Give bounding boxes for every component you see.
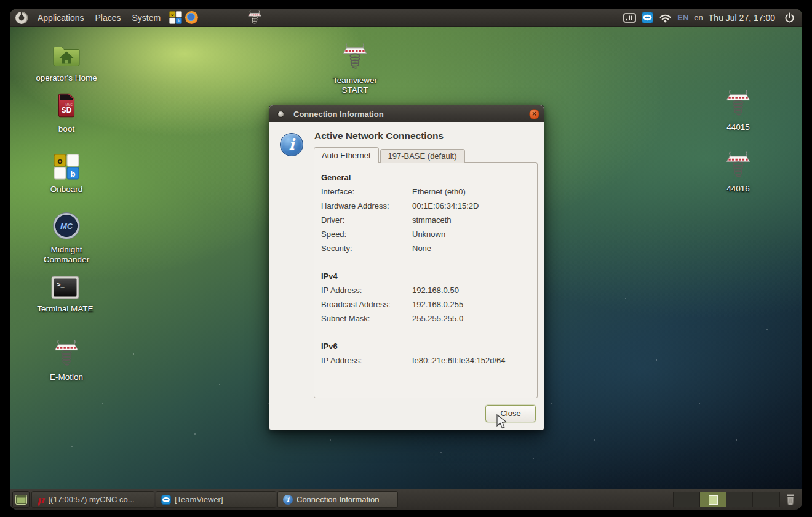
task-label: [TeamViewer]: [175, 495, 223, 504]
row-label: Driver:: [321, 213, 412, 227]
mouse-cursor: [496, 414, 510, 433]
task-label: Connection Information: [297, 495, 379, 504]
mycnc-mu-icon: μ: [37, 495, 44, 505]
places-menu[interactable]: Places: [90, 9, 127, 27]
row-value: 192.168.0.50: [412, 283, 459, 297]
window-titlebar[interactable]: Connection Information ×: [269, 105, 544, 122]
row-label: IP Address:: [321, 283, 412, 297]
row-label: Hardware Address:: [321, 199, 412, 213]
top-panel: Applications Places System ob EN en Thu …: [10, 9, 802, 27]
detail-row: Hardware Address:00:1E:06:34:15:2D: [321, 199, 537, 213]
desktop-icon-emotion[interactable]: E-Motion: [31, 340, 102, 382]
keyboard-indicator-icon[interactable]: [623, 13, 636, 23]
row-label: Subnet Mask:: [321, 311, 412, 326]
desktop-icon-onboard[interactable]: ob Onboard: [31, 154, 102, 194]
onboard-launcher-icon[interactable]: ob: [169, 11, 182, 24]
wallpaper-stars: [10, 9, 11, 10]
svg-text:SD: SD: [62, 106, 72, 114]
show-desktop-button[interactable]: [12, 491, 30, 508]
section-title: IPv4: [321, 269, 537, 283]
detail-row: Security:None: [321, 241, 537, 255]
wifi-icon[interactable]: [659, 13, 672, 23]
task-label: [(17:00:57) myCNC co...: [48, 495, 134, 504]
workspace-2-active[interactable]: [700, 492, 726, 507]
mate-menu-logo-icon[interactable]: [15, 11, 28, 25]
detail-row: Subnet Mask:255.255.255.0: [321, 311, 537, 326]
row-label: Interface:: [321, 185, 412, 199]
section-title: General: [321, 170, 537, 185]
teamviewer-tray-icon[interactable]: [642, 12, 653, 23]
power-icon[interactable]: [784, 12, 795, 23]
info-icon: i: [280, 133, 303, 156]
midnight-commander-icon: MC: [52, 212, 81, 242]
desktop-icon-label: boot: [58, 124, 74, 134]
detail-row: IP Address:192.168.0.50: [321, 283, 537, 297]
tab-197-base[interactable]: 197-BASE (default): [380, 149, 465, 163]
workspace-1[interactable]: [674, 492, 700, 507]
close-icon[interactable]: ×: [529, 109, 539, 119]
desktop-icon-operators-home[interactable]: operator's Home: [31, 43, 102, 83]
row-value: stmmaceth: [412, 213, 452, 227]
row-label: IP Address:: [321, 353, 412, 367]
detail-row: Speed:Unknown: [321, 227, 537, 241]
section-general: General Interface:Ethernet (eth0) Hardwa…: [321, 170, 537, 255]
trash-applet[interactable]: [781, 489, 800, 510]
row-label: Speed:: [321, 227, 412, 241]
cnc-spring-icon: [725, 90, 752, 120]
info-icon: i: [283, 495, 293, 505]
cnc-spring-icon: [53, 340, 80, 370]
keyboard-layout-badge[interactable]: EN: [677, 13, 688, 22]
detail-row: Broadcast Address:192.168.0.255: [321, 297, 537, 311]
desktop-icon-midnight-commander[interactable]: MC Midnight Commander: [31, 212, 102, 265]
cnc-spring-launcher-icon[interactable]: [247, 10, 262, 28]
cnc-spring-icon: [725, 151, 752, 182]
system-tray: EN en Thu Jul 27, 17:00: [623, 12, 802, 23]
section-ipv4: IPv4 IP Address:192.168.0.50 Broadcast A…: [321, 269, 537, 326]
desktop-icon-terminal-mate[interactable]: >_ Terminal MATE: [30, 276, 101, 314]
svg-text:b: b: [178, 18, 180, 23]
taskbar-task-mycnc[interactable]: μ [(17:00:57) myCNC co...: [31, 491, 154, 508]
row-value: 192.168.0.255: [412, 297, 463, 311]
keyboard-layout-text[interactable]: en: [694, 13, 703, 22]
svg-text:>_: >_: [57, 281, 65, 288]
svg-text:o: o: [171, 12, 173, 17]
row-value: Ethernet (eth0): [412, 185, 466, 199]
workspace-3[interactable]: [726, 492, 753, 507]
sd-card-icon: MMCSD: [56, 91, 77, 122]
home-folder-icon: [52, 43, 81, 71]
desktop-icon-label: E-Motion: [50, 372, 83, 382]
close-button[interactable]: Close: [485, 405, 536, 422]
onboard-keyboard-icon: ob: [54, 154, 79, 182]
section-ipv6: IPv6 IP Address:fe80::21e:6ff:fe34:152d/…: [321, 339, 537, 367]
firefox-launcher-icon[interactable]: [185, 11, 198, 24]
teamviewer-icon: [161, 495, 171, 505]
desktop-icon-boot[interactable]: MMCSD boot: [31, 91, 102, 134]
system-menu[interactable]: System: [127, 9, 167, 27]
applications-menu[interactable]: Applications: [32, 9, 90, 27]
desktop-icon-label: Terminal MATE: [37, 304, 93, 314]
row-value: Unknown: [412, 227, 445, 241]
window-menu-icon[interactable]: [277, 111, 284, 118]
desktop-icon-label: operator's Home: [36, 73, 97, 83]
desktop-icon-44015[interactable]: 44015: [703, 90, 774, 132]
taskbar-task-connection-information[interactable]: i Connection Information: [277, 491, 398, 508]
section-title: IPv6: [321, 339, 537, 353]
row-label: Broadcast Address:: [321, 297, 412, 311]
row-value: None: [412, 241, 431, 255]
clock[interactable]: Thu Jul 27, 17:00: [709, 13, 775, 23]
row-label: Security:: [321, 241, 412, 255]
workspace-switcher: [673, 492, 780, 507]
trash-icon: [786, 494, 795, 505]
taskbar-task-teamviewer[interactable]: [TeamViewer]: [156, 491, 276, 508]
detail-row: IP Address:fe80::21e:6ff:fe34:152d/64: [321, 353, 537, 367]
svg-text:MC: MC: [60, 222, 73, 231]
terminal-icon: >_: [51, 276, 79, 302]
workspace-4[interactable]: [753, 492, 779, 507]
desktop-icon-teamviewer-start[interactable]: Teamviewer START: [319, 43, 391, 95]
desktop-icon-44016[interactable]: 44016: [703, 151, 774, 194]
cnc-spring-icon: [341, 43, 368, 73]
show-desktop-icon: [15, 495, 27, 505]
window-title: Connection Information: [293, 110, 529, 119]
desktop-icon-label: 44016: [726, 184, 750, 194]
tab-auto-ethernet[interactable]: Auto Ethernet: [314, 147, 379, 163]
